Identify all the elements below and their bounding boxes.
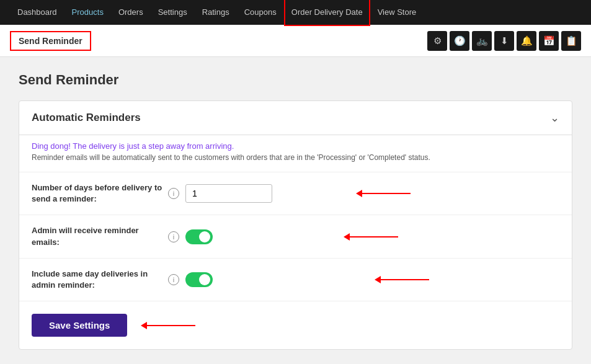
card-subtext-line1: Ding dong! The delivery is just a step a… (32, 141, 559, 151)
page-title: Send Reminder (19, 72, 572, 88)
download-icon[interactable]: ⬇ (494, 31, 514, 51)
main-content: Send Reminder Automatic Reminders ⌄ Ding… (0, 57, 591, 364)
automatic-reminders-card: Automatic Reminders ⌄ Ding dong! The del… (19, 100, 572, 350)
same-day-info-icon[interactable]: i (168, 274, 179, 285)
list-icon[interactable]: 📋 (561, 31, 581, 51)
admin-reminder-emails-control: i (168, 229, 213, 244)
sub-header: Send Reminder ⚙ 🕐 🚲 ⬇ 🔔 📅 📋 (0, 25, 591, 57)
card-header-title: Automatic Reminders (32, 112, 141, 124)
save-section: Save Settings (19, 301, 572, 349)
nav-orders[interactable]: Orders (111, 0, 151, 25)
admin-reminder-slider (185, 229, 213, 244)
top-navigation: Dashboard Products Orders Settings Ratin… (0, 0, 591, 25)
bike-icon[interactable]: 🚲 (472, 31, 492, 51)
sub-header-icons: ⚙ 🕐 🚲 ⬇ 🔔 📅 📋 (427, 31, 581, 51)
clock-icon[interactable]: 🕐 (450, 31, 469, 51)
card-subtext-line2: Reminder emails will be automatically se… (32, 153, 559, 162)
admin-reminder-toggle[interactable] (185, 229, 213, 244)
nav-dashboard[interactable]: Dashboard (10, 0, 64, 25)
days-before-delivery-row: Number of days before delivery to send a… (19, 172, 572, 215)
card-header: Automatic Reminders ⌄ (19, 101, 572, 135)
admin-reminder-emails-label: Admin will receive reminder emails: (32, 225, 168, 247)
sub-header-title: Send Reminder (10, 31, 91, 51)
nav-settings[interactable]: Settings (151, 0, 195, 25)
bell-icon[interactable]: 🔔 (517, 31, 536, 51)
days-info-icon[interactable]: i (168, 188, 179, 199)
nav-order-delivery-date[interactable]: Order Delivery Date (284, 0, 370, 26)
admin-reminder-emails-row: Admin will receive reminder emails: i (19, 215, 572, 258)
chevron-down-icon[interactable]: ⌄ (550, 111, 559, 125)
nav-products[interactable]: Products (64, 0, 111, 25)
admin-info-icon[interactable]: i (168, 231, 179, 242)
same-day-deliveries-row: Include same day deliveries in admin rem… (19, 259, 572, 301)
calendar-icon[interactable]: 📅 (539, 31, 559, 51)
save-settings-button[interactable]: Save Settings (32, 314, 127, 337)
days-before-delivery-label: Number of days before delivery to send a… (32, 182, 168, 205)
days-input[interactable] (185, 184, 272, 203)
same-day-toggle[interactable] (185, 272, 213, 287)
nav-ratings[interactable]: Ratings (195, 0, 237, 25)
settings-icon[interactable]: ⚙ (427, 31, 447, 51)
nav-view-store[interactable]: View Store (370, 0, 424, 25)
nav-coupons[interactable]: Coupons (237, 0, 284, 25)
days-before-delivery-control: i (168, 184, 272, 203)
same-day-deliveries-label: Include same day deliveries in admin rem… (32, 269, 168, 291)
card-subtext: Ding dong! The delivery is just a step a… (19, 135, 572, 172)
same-day-slider (185, 272, 213, 287)
same-day-deliveries-control: i (168, 272, 213, 287)
